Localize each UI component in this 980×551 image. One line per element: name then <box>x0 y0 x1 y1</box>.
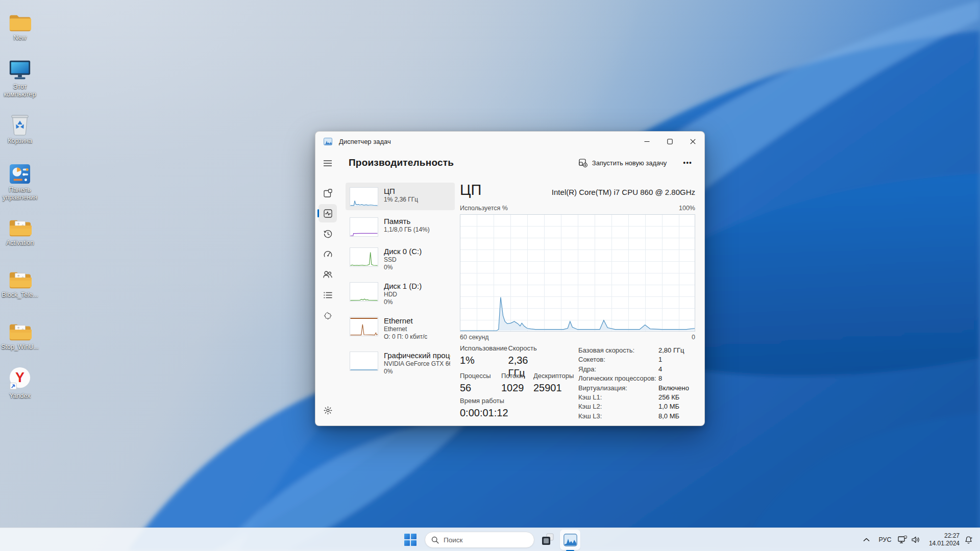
maximize-icon <box>667 139 673 144</box>
desktop-icon-label: Activation <box>0 239 40 247</box>
stat-label: Ядра: <box>578 365 658 374</box>
monitor-icon <box>0 57 40 82</box>
ethernet-mini-chart <box>350 317 378 336</box>
start-button[interactable] <box>401 528 420 551</box>
desktop-icon-label: Панель управления <box>0 186 40 202</box>
perf-item-gpu[interactable]: Графический процессор NVIDIA GeForce GTX… <box>346 347 455 379</box>
stat-value: 0:00:01:12 <box>460 407 508 419</box>
stat-value: 1% <box>460 354 508 367</box>
perf-item-subtitle: HDD <box>384 291 422 298</box>
perf-item-ethernet[interactable]: Ethernet Ethernet О: 0 П: 0 кбит/с <box>346 312 455 344</box>
perf-item-title: ЦП <box>384 186 418 196</box>
menu-button[interactable] <box>318 154 337 172</box>
perf-item-cpu[interactable]: ЦП 1% 2,36 ГГц <box>346 183 455 210</box>
new-task-icon <box>579 159 587 167</box>
task-manager-taskbar-button[interactable] <box>560 530 580 550</box>
language-indicator[interactable]: РУС <box>876 528 894 551</box>
nav-users[interactable] <box>318 265 337 284</box>
chevron-up-icon <box>863 538 870 542</box>
tray-date: 14.01.2024 <box>929 540 960 547</box>
gpu-mini-chart <box>350 352 378 371</box>
nav-processes[interactable] <box>318 184 337 202</box>
perf-item-disk1[interactable]: Диск 1 (D:) HDD 0% <box>346 278 455 310</box>
stat-value: 56 <box>460 382 501 394</box>
nav-services[interactable] <box>318 306 337 324</box>
network-button[interactable] <box>896 528 909 551</box>
perf-item-subtitle: Ethernet <box>384 325 427 333</box>
folder-with-files-icon <box>0 317 40 342</box>
perf-item-disk0[interactable]: Диск 0 (C:) SSD 0% <box>346 243 455 275</box>
page-header: Производительность Запустить новую задач… <box>340 151 704 174</box>
close-button[interactable] <box>681 132 704 151</box>
more-options-button[interactable]: ••• <box>679 157 696 169</box>
desktop-icon-new[interactable]: New <box>0 8 40 42</box>
speaker-icon <box>912 536 920 543</box>
desktop-icon-control-panel[interactable]: Панель управления <box>0 160 40 202</box>
cpu-mini-chart <box>350 187 378 207</box>
perf-item-memory[interactable]: Память 1,1/8,0 ГБ (14%) <box>346 213 455 240</box>
processes-icon <box>324 189 332 197</box>
perf-item-title: Диск 1 (D:) <box>384 281 422 291</box>
perf-item-value: О: 0 П: 0 кбит/с <box>384 333 427 341</box>
desktop-icon-activation[interactable]: Activation <box>0 213 40 247</box>
stat-label: Сокетов: <box>578 355 658 364</box>
desktop-icon-label: New <box>0 34 40 42</box>
graph-y-label: Используется % <box>460 205 508 212</box>
stat-label: Процессы <box>460 372 501 380</box>
nav-app-history[interactable] <box>318 224 337 243</box>
disk1-mini-chart <box>350 282 378 302</box>
control-panel-icon <box>0 160 40 185</box>
perf-item-title: Графический процессор <box>384 350 450 360</box>
stat-value: 25901 <box>533 382 574 394</box>
folder-with-files-icon <box>0 265 40 290</box>
taskbar-search[interactable]: Поиск <box>425 532 534 548</box>
desktop-icon-stop-winupdate[interactable]: Stop_WinU... <box>0 317 40 351</box>
desktop-icon-label: Корзина <box>0 137 40 145</box>
titlebar[interactable]: Диспетчер задач <box>315 132 704 151</box>
perf-item-title: Ethernet <box>384 316 427 325</box>
stat-label: Кэш L1: <box>578 393 658 402</box>
cpu-stats-right: Базовая скорость:2,80 ГГц Сокетов:1 Ядра… <box>578 346 699 421</box>
nav-details[interactable] <box>318 286 337 304</box>
yandex-browser-icon: Y <box>0 366 40 391</box>
tray-chevron-button[interactable] <box>861 528 872 551</box>
network-icon <box>898 536 907 544</box>
desktop-icon-label: Этот компьютер <box>0 83 40 98</box>
desktop-icon-label: Stop_WinU... <box>0 343 40 351</box>
cpu-detail-panel: ЦП Intel(R) Core(TM) i7 CPU 860 @ 2.80GH… <box>460 174 703 425</box>
task-manager-app-icon <box>324 138 332 145</box>
stat-label: Потоки <box>501 372 533 380</box>
file-explorer-icon <box>541 533 555 547</box>
maximize-button[interactable] <box>658 132 681 151</box>
volume-button[interactable] <box>910 528 922 551</box>
perf-item-subtitle: NVIDIA GeForce GTX 660 <box>384 360 450 368</box>
notification-bell-button[interactable]: z <box>962 528 975 551</box>
graph-x-right-label: 0 <box>692 334 695 341</box>
run-new-task-button[interactable]: Запустить новую задачу <box>574 156 672 170</box>
taskbar: Поиск РУС 22:27 <box>0 528 980 551</box>
stat-label: Кэш L3: <box>578 412 658 421</box>
stat-value: Включено <box>658 384 689 393</box>
file-explorer-button[interactable] <box>537 528 558 551</box>
navigation-rail <box>315 151 340 425</box>
stat-label: Логических процессоров: <box>578 374 658 383</box>
services-puzzle-icon <box>324 311 332 320</box>
nav-performance[interactable] <box>318 204 337 222</box>
nav-startup-apps[interactable] <box>318 245 337 263</box>
desktop-icon-label: Block_Tele... <box>0 291 40 299</box>
cpu-model-name: Intel(R) Core(TM) i7 CPU 860 @ 2.80GHz <box>552 188 695 196</box>
cpu-heading: ЦП <box>460 182 481 198</box>
minimize-button[interactable] <box>635 132 658 151</box>
desktop-icon-this-pc[interactable]: Этот компьютер <box>0 57 40 98</box>
svg-text:z: z <box>970 536 972 539</box>
desktop-icon-yandex[interactable]: Y Yandex <box>0 366 40 400</box>
desktop-icon-recycle-bin[interactable]: Корзина <box>0 111 40 145</box>
clock[interactable]: 22:27 14.01.2024 <box>922 528 960 551</box>
task-manager-window: Диспетчер задач <box>315 131 705 426</box>
stat-label: Дескрипторы <box>533 372 574 380</box>
bell-dnd-icon: z <box>964 536 973 544</box>
desktop-icon-block-telemetry[interactable]: Block_Tele... <box>0 265 40 299</box>
recycle-bin-icon <box>0 111 40 136</box>
settings-button[interactable] <box>318 401 337 419</box>
cpu-usage-line <box>460 215 695 331</box>
